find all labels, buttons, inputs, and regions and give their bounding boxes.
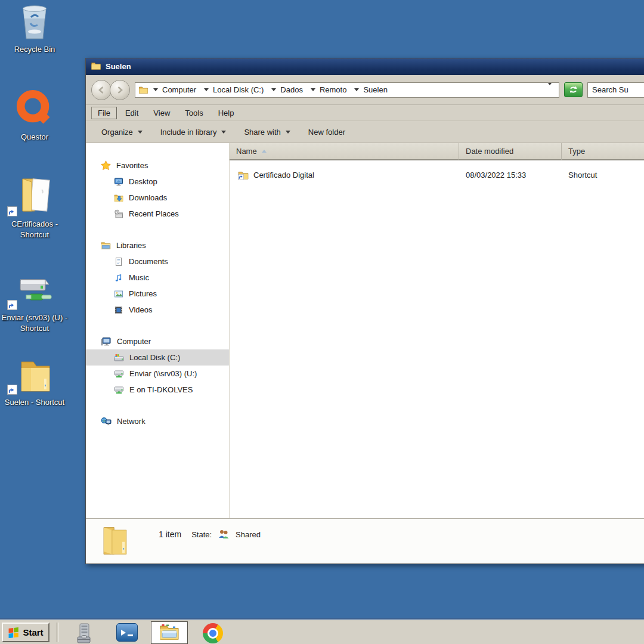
menu-tools[interactable]: Tools [178,107,209,119]
breadcrumb-item-remoto[interactable]: Remoto [308,84,350,95]
desktop-icon-label: Enviar (srv03) (U) - Shortcut [0,312,69,334]
breadcrumb-item-suelen[interactable]: Suelen [351,84,390,95]
nav-downloads[interactable]: Downloads [86,190,229,206]
chevron-down-icon [138,131,143,134]
nav-libraries[interactable]: Libraries [86,237,229,253]
nav-enviar-drive[interactable]: Enviar (\\srv03) (U:) [86,366,229,382]
file-row-certificado-digital[interactable]: Certificado Digital 08/03/2022 15:33 Sho… [230,166,644,184]
refresh-icon [568,85,578,94]
back-button[interactable] [91,80,112,100]
breadcrumb-folder-icon [138,85,148,94]
nav-network[interactable]: Network [86,413,229,429]
folder-shortcut-icon [0,355,69,395]
selected-folder-icon [97,523,134,561]
nav-videos[interactable]: Videos [86,302,229,318]
file-type: Shortcut [568,171,597,179]
network-drive-icon [114,385,124,395]
desktop-icon-enviar-drive-shortcut[interactable]: Enviar (srv03) (U) - Shortcut [0,271,69,334]
state-label: State: [191,530,212,539]
explorer-icon [159,623,180,642]
desktop-icon [114,177,123,187]
nav-local-disk-c[interactable]: Local Disk (C:) [86,349,229,366]
windows-flag-icon [8,627,20,638]
chevron-down-icon [221,131,226,134]
server-manager-icon [73,623,95,644]
libraries-icon [101,241,111,250]
breadcrumb-item-local-disk[interactable]: Local Disk (C:) [201,84,267,95]
documents-icon [114,257,123,267]
desktop-icon-label: Recycle Bin [0,44,69,55]
desktop-icon-questor[interactable]: Questor [0,88,69,143]
disk-icon [114,353,124,363]
nav-recent-places[interactable]: Recent Places [86,206,229,222]
desktop-icon-suelen-shortcut[interactable]: Suelen - Shortcut [0,355,69,408]
chevron-down-icon [354,88,359,91]
desktop-icon-certificados-shortcut[interactable]: CErtificados - Shortcut [0,174,69,240]
chevron-down-icon [547,82,552,94]
include-in-library-button[interactable]: Include in library [154,124,233,140]
menu-help[interactable]: Help [212,107,241,119]
music-icon [114,273,123,283]
taskbar-server-manager-button[interactable] [73,623,95,644]
network-drive-icon [114,369,124,379]
breadcrumb-item-dados[interactable]: Dados [268,84,306,95]
chrome-icon [203,623,223,643]
questor-icon [0,88,69,130]
powershell-icon [116,623,138,642]
computer-icon [101,337,112,346]
pictures-icon [114,289,123,299]
desktop-icon-label: Suelen - Shortcut [0,397,69,408]
network-icon [101,417,112,426]
nav-computer[interactable]: Computer [86,333,229,349]
breadcrumb[interactable]: Computer Local Disk (C:) Dados Remoto Su… [135,82,559,98]
taskbar-powershell-button[interactable] [116,623,138,642]
column-headers: Name Date modified Type [230,143,644,160]
forward-button[interactable] [110,80,130,100]
desktop-icon-label: Questor [0,132,69,143]
nav-pictures[interactable]: Pictures [86,286,229,302]
nav-favorites[interactable]: Favorites [86,157,229,174]
chevron-down-icon [311,88,315,91]
refresh-button[interactable] [564,82,583,97]
shortcut-arrow-badge [7,385,17,395]
start-button[interactable]: Start [2,623,49,642]
videos-icon [114,305,123,315]
desktop-icon-label: CErtificados - Shortcut [0,219,69,240]
new-folder-button[interactable]: New folder [302,124,351,140]
nav-desktop[interactable]: Desktop [86,174,229,190]
file-name: Certificado Digital [253,171,314,179]
shortcut-arrow-badge [7,300,17,310]
details-pane: 1 item State: Shared [86,518,644,564]
nav-documents[interactable]: Documents [86,253,229,270]
navigation-pane: Favorites Desktop [86,143,230,518]
chevron-down-icon [271,88,276,91]
column-header-date-modified[interactable]: Date modified [459,143,562,160]
search-input[interactable] [587,82,644,98]
shortcut-arrow-badge [7,206,17,216]
title-bar[interactable]: Suelen [86,58,644,75]
desktop-icon-recycle-bin[interactable]: Recycle Bin [0,3,69,55]
window-folder-icon [91,61,101,72]
menu-file[interactable]: File [91,107,117,119]
file-list-pane: Name Date modified Type [230,143,644,518]
taskbar-chrome-button[interactable] [203,623,223,643]
menu-edit[interactable]: Edit [119,107,145,119]
start-label: Start [23,627,43,637]
explorer-window: Suelen Computer Local [85,58,644,564]
organize-button[interactable]: Organize [95,124,148,140]
breadcrumb-item-computer[interactable]: Computer [150,84,199,95]
folder-open-shortcut-icon [0,174,69,217]
nav-music[interactable]: Music [86,270,229,286]
nav-e-on-ti-dkolves[interactable]: E on TI-DKOLVES [86,382,229,398]
column-header-type[interactable]: Type [562,143,644,160]
chevron-down-icon [204,88,209,91]
share-with-button[interactable]: Share with [238,124,296,140]
taskbar-explorer-button-active[interactable] [151,621,188,644]
chevron-down-icon [286,131,290,134]
sort-ascending-icon [262,150,267,153]
address-dropdown-button[interactable] [544,85,556,94]
column-header-name[interactable]: Name [230,143,459,160]
item-count: 1 item [159,530,181,539]
menu-view[interactable]: View [147,107,177,119]
taskbar: Start [0,620,644,644]
